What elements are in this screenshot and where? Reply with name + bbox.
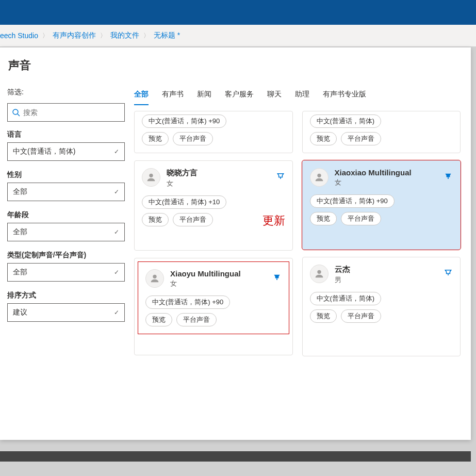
sort-label: 排序方式 bbox=[7, 291, 125, 300]
chevron-down-icon: ✓ bbox=[114, 309, 119, 316]
voice-name: Xiaoyu Multilingual bbox=[170, 269, 241, 278]
voice-card-xiaoxiao-dialect[interactable]: 晓晓方言 女 中文(普通话，简体) +10 预览 平台声音 bbox=[134, 160, 293, 251]
age-label: 年龄段 bbox=[7, 210, 125, 220]
voice-card-xiaoyu-wrapper[interactable]: Xiaoyu Multilingual 女 中文(普通话，简体) +90 预览 … bbox=[134, 258, 293, 355]
preview-chip[interactable]: 预览 bbox=[142, 213, 169, 226]
preview-chip[interactable]: 预览 bbox=[145, 313, 172, 326]
search-field[interactable] bbox=[23, 108, 120, 117]
breadcrumb-item[interactable]: eech Studio bbox=[0, 31, 38, 40]
language-chip: 中文(普通话，简体) +10 bbox=[142, 195, 226, 209]
voice-gender: 女 bbox=[335, 178, 412, 187]
gender-value: 全部 bbox=[13, 187, 27, 196]
type-select[interactable]: 全部 ✓ bbox=[7, 263, 125, 282]
category-tabs: 全部 有声书 新闻 客户服务 聊天 助理 有声书专业版 bbox=[134, 88, 461, 106]
footer-bar bbox=[0, 451, 471, 462]
top-banner bbox=[0, 0, 476, 25]
language-chip: 中文(普通话，简体) +90 bbox=[142, 114, 226, 128]
svg-point-4 bbox=[153, 275, 156, 278]
type-value: 全部 bbox=[13, 268, 27, 277]
type-label: 类型(定制声音/平台声音) bbox=[7, 251, 125, 260]
filter-heading: 筛选: bbox=[7, 88, 125, 97]
svg-point-2 bbox=[149, 174, 153, 177]
pin-icon[interactable] bbox=[272, 271, 282, 282]
language-label: 语言 bbox=[7, 130, 125, 139]
gender-select[interactable]: 全部 ✓ bbox=[7, 183, 125, 201]
platform-chip: 平台声音 bbox=[341, 132, 381, 145]
chevron-right-icon: 〉 bbox=[100, 31, 106, 40]
pin-icon[interactable] bbox=[444, 170, 453, 181]
platform-chip: 平台声音 bbox=[173, 132, 213, 145]
search-icon bbox=[12, 108, 20, 117]
tab-assistant[interactable]: 助理 bbox=[295, 88, 309, 105]
svg-rect-5 bbox=[276, 278, 277, 280]
voice-card-xiaoxiao-multilingual[interactable]: Xiaoxiao Multilingual 女 中文(普通话，简体) +90 预… bbox=[302, 160, 461, 250]
preview-chip[interactable]: 预览 bbox=[310, 309, 337, 323]
voices-panel: 声音 筛选: 语言 中文(普通话，简体) ✓ 性别 全部 ✓ 年龄段 全部 ✓ bbox=[0, 47, 471, 440]
svg-point-8 bbox=[317, 270, 321, 274]
voice-card-xiaoyu-multilingual[interactable]: Xiaoyu Multilingual 女 中文(普通话，简体) +90 预览 … bbox=[138, 261, 289, 334]
language-value: 中文(普通话，简体) bbox=[13, 147, 75, 156]
sort-select[interactable]: 建议 ✓ bbox=[7, 303, 125, 322]
preview-chip[interactable]: 预览 bbox=[310, 132, 337, 145]
age-value: 全部 bbox=[13, 227, 27, 237]
voice-gender: 女 bbox=[167, 179, 198, 188]
voice-card[interactable]: 中文(普通话，简体) +90 预览 平台声音 bbox=[134, 111, 293, 153]
platform-chip: 平台声音 bbox=[341, 212, 381, 225]
language-chip: 中文(普通话，简体) +90 bbox=[310, 194, 395, 208]
sort-value: 建议 bbox=[13, 308, 27, 317]
tab-audiobook[interactable]: 有声书 bbox=[162, 88, 184, 105]
chevron-down-icon: ✓ bbox=[114, 188, 119, 195]
search-input[interactable] bbox=[7, 103, 125, 122]
voice-gender: 男 bbox=[335, 275, 350, 285]
language-chip: 中文(普通话，简体) bbox=[310, 292, 382, 305]
svg-rect-7 bbox=[448, 177, 449, 179]
platform-chip: 平台声音 bbox=[341, 309, 381, 323]
language-chip: 中文(普通话，简体) +90 bbox=[145, 296, 230, 309]
age-select[interactable]: 全部 ✓ bbox=[7, 223, 125, 241]
tab-customer-service[interactable]: 客户服务 bbox=[225, 88, 254, 105]
chevron-down-icon: ✓ bbox=[114, 228, 119, 236]
chevron-down-icon: ✓ bbox=[114, 148, 119, 155]
platform-chip: 平台声音 bbox=[176, 313, 217, 326]
svg-point-6 bbox=[317, 174, 321, 177]
gender-label: 性别 bbox=[7, 170, 125, 179]
voice-name: 晓晓方言 bbox=[167, 168, 198, 178]
breadcrumb-item[interactable]: 我的文件 bbox=[110, 31, 139, 40]
breadcrumb-item[interactable]: 无标题 * bbox=[154, 31, 180, 40]
preview-chip[interactable]: 预览 bbox=[142, 132, 169, 145]
avatar bbox=[310, 265, 329, 283]
chevron-right-icon: 〉 bbox=[42, 31, 48, 40]
tab-chat[interactable]: 聊天 bbox=[267, 88, 282, 105]
language-chip: 中文(普通话，简体) bbox=[310, 114, 382, 128]
voice-name: Xiaoxiao Multilingual bbox=[335, 168, 412, 177]
page-title: 声音 bbox=[8, 58, 461, 73]
avatar bbox=[145, 269, 164, 288]
pin-icon[interactable] bbox=[444, 267, 453, 277]
pin-icon[interactable] bbox=[276, 170, 285, 181]
tab-all[interactable]: 全部 bbox=[134, 88, 149, 105]
main-content: 全部 有声书 新闻 客户服务 聊天 助理 有声书专业版 中文(普通话，简体) +… bbox=[134, 88, 461, 356]
chevron-right-icon: 〉 bbox=[143, 31, 150, 40]
platform-chip: 平台声音 bbox=[173, 213, 213, 226]
chevron-down-icon: ✓ bbox=[114, 269, 119, 276]
svg-line-1 bbox=[18, 114, 20, 116]
voice-name: 云杰 bbox=[335, 265, 350, 274]
avatar bbox=[310, 168, 329, 187]
svg-point-0 bbox=[13, 109, 18, 114]
breadcrumb-item[interactable]: 有声内容创作 bbox=[53, 31, 96, 40]
avatar bbox=[142, 168, 160, 187]
voice-gender: 女 bbox=[170, 279, 241, 288]
breadcrumb: eech Studio 〉 有声内容创作 〉 我的文件 〉 无标题 * bbox=[0, 25, 476, 46]
tab-audiobook-pro[interactable]: 有声书专业版 bbox=[323, 88, 366, 105]
preview-chip[interactable]: 预览 bbox=[310, 212, 337, 225]
voice-card-yunjie[interactable]: 云杰 男 中文(普通话，简体) 预览 平台声音 bbox=[302, 257, 461, 356]
tab-news[interactable]: 新闻 bbox=[197, 88, 211, 105]
voice-card[interactable]: 中文(普通话，简体) 预览 平台声音 bbox=[302, 111, 461, 153]
language-select[interactable]: 中文(普通话，简体) ✓ bbox=[7, 142, 125, 161]
filter-sidebar: 筛选: 语言 中文(普通话，简体) ✓ 性别 全部 ✓ 年龄段 全部 ✓ 类型(… bbox=[7, 88, 125, 356]
